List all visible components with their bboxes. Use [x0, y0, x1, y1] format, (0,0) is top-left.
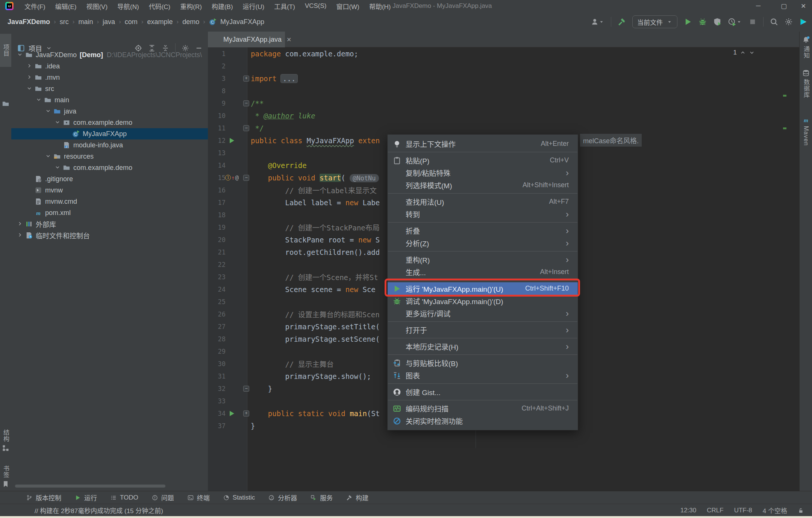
menu-item[interactable]: 帮助(H)	[364, 0, 396, 12]
context-menu-item[interactable]: 关闭实时检测功能	[388, 415, 578, 427]
toolwindow-button-todo[interactable]: TODO	[111, 494, 138, 501]
fold-gutter[interactable]: −	[238, 97, 247, 109]
context-menu-item[interactable]: 更多运行/调试›	[388, 307, 578, 320]
fold-icon[interactable]: +	[243, 76, 249, 82]
tree-row[interactable]: mvnw.cmd	[11, 196, 223, 207]
tree-row[interactable]: .idea	[11, 61, 223, 72]
breadcrumb-item[interactable]: MyJavaFXApp	[220, 18, 264, 26]
toolwindow-button-终端[interactable]: 终端	[188, 493, 210, 502]
fold-gutter[interactable]: −	[238, 122, 247, 134]
ide-icon[interactable]	[799, 18, 807, 26]
toolwindow-button-运行[interactable]: 运行	[75, 493, 97, 502]
tab-myjavafxapp[interactable]: MyJavaFXApp.java ✕	[208, 32, 285, 47]
maximize-button[interactable]: ▢	[775, 0, 792, 12]
context-menu-item[interactable]: 调试 'MyJavaFXApp.main()'(D)	[388, 295, 578, 307]
context-menu-item[interactable]: 本地历史记录(H)›	[388, 340, 578, 353]
tree-chevron[interactable]	[55, 118, 63, 127]
context-menu-item[interactable]: 查找用法(U)Alt+F7	[388, 195, 578, 208]
menu-item[interactable]: 工具(T)	[269, 0, 300, 12]
close-tab-icon[interactable]: ✕	[286, 36, 291, 43]
lock-icon[interactable]	[798, 507, 804, 513]
context-menu-item[interactable]: 图表›	[388, 369, 578, 382]
sidebar-item-project-files[interactable]	[0, 100, 11, 108]
gutter-icons[interactable]: 1↑@	[226, 174, 238, 181]
menu-item[interactable]: 文件(F)	[20, 0, 50, 12]
gutter-icons[interactable]	[226, 138, 238, 143]
search-icon[interactable]	[770, 18, 778, 26]
breadcrumb-item[interactable]: example	[147, 18, 173, 26]
fold-icon[interactable]: −	[243, 175, 249, 181]
sidebar-item-structure[interactable]: 结构	[0, 429, 11, 452]
toolwindow-button-statistic[interactable]: Statistic	[223, 494, 255, 501]
sidebar-item-project[interactable]: 项目	[0, 34, 11, 67]
tree-row[interactable]: JavaFXDemo[Demo]D:\IDEAProjects\JCNCProj…	[11, 49, 214, 61]
menu-item[interactable]: 运行(U)	[238, 0, 270, 12]
context-menu-item[interactable]: 列选择模式(M)Alt+Shift+Insert	[388, 179, 578, 191]
tree-chevron[interactable]	[17, 220, 25, 229]
context-menu-item[interactable]: 打开于›	[388, 324, 578, 336]
menu-item[interactable]: 视图(V)	[81, 0, 112, 12]
horizontal-scrollbar[interactable]	[15, 485, 165, 488]
toolwindow-button-构建[interactable]: 构建	[346, 493, 368, 502]
fold-gutter[interactable]: +	[238, 407, 247, 420]
context-menu-item[interactable]: 与剪贴板比较(B)	[388, 357, 578, 369]
context-menu-item[interactable]: 生成...Alt+Insert	[388, 266, 578, 278]
run-gutter-icon[interactable]	[230, 138, 234, 143]
status-item[interactable]: 4 个空格	[763, 506, 787, 515]
breadcrumb-item[interactable]: main	[78, 18, 93, 26]
fold-gutter[interactable]: +	[238, 72, 247, 85]
tree-chevron[interactable]	[45, 152, 53, 161]
tree-chevron[interactable]	[17, 50, 25, 60]
tree-row[interactable]: 外部库	[11, 218, 214, 230]
tree-row[interactable]: .mvn	[11, 72, 223, 83]
status-item[interactable]: UTF-8	[734, 507, 752, 514]
tree-chevron[interactable]	[26, 62, 35, 71]
fold-icon[interactable]: +	[243, 410, 249, 417]
status-item[interactable]: 12:30	[680, 507, 697, 514]
menu-item[interactable]: 窗口(W)	[332, 0, 364, 12]
user-button[interactable]	[591, 18, 604, 26]
context-menu-item[interactable]: 编码规约扫描Ctrl+Alt+Shift+J	[388, 402, 578, 415]
context-menu-item[interactable]: 粘贴(P)Ctrl+V	[388, 154, 578, 167]
breadcrumb-item[interactable]: src	[60, 18, 69, 26]
context-menu-item[interactable]: 复制/粘贴特殊›	[388, 167, 578, 179]
menu-item[interactable]: 构建(B)	[207, 0, 238, 12]
tool-window-switcher-icon[interactable]	[5, 507, 13, 514]
run-gutter-icon[interactable]	[230, 411, 234, 416]
fold-icon[interactable]: −	[243, 100, 249, 106]
context-menu-item[interactable]: 分析(Z)›	[388, 237, 578, 249]
gear-icon[interactable]	[785, 18, 793, 26]
breadcrumb-item[interactable]: JavaFXDemo	[8, 18, 50, 26]
run-config-dropdown[interactable]: 当前文件	[632, 15, 677, 28]
tree-chevron[interactable]	[36, 95, 44, 105]
hammer-icon[interactable]	[618, 18, 626, 26]
context-menu-item[interactable]: 重构(R)›	[388, 253, 578, 266]
tree-chevron[interactable]	[45, 107, 53, 116]
tree-chevron[interactable]	[26, 73, 35, 82]
toolwindow-button-问题[interactable]: 问题	[152, 493, 174, 502]
context-menu-item[interactable]: 创建 Gist...	[388, 386, 578, 398]
minimize-button[interactable]: ─	[750, 0, 767, 12]
shield-icon[interactable]	[713, 18, 721, 26]
tree-chevron[interactable]	[55, 163, 63, 173]
tree-row[interactable]: .gitignore	[11, 173, 223, 185]
context-menu-item[interactable]: 折叠›	[388, 224, 578, 237]
menu-item[interactable]: VCS(S)	[300, 0, 332, 12]
toolwindow-button-服务[interactable]: 服务	[311, 493, 333, 502]
tree-chevron[interactable]	[26, 84, 35, 94]
close-button[interactable]: ✕	[795, 0, 812, 12]
menu-item[interactable]: 代码(C)	[144, 0, 176, 12]
tree-row[interactable]: mvnw	[11, 185, 223, 196]
fold-gutter[interactable]: −	[238, 382, 247, 395]
more-options-icon[interactable]	[783, 35, 791, 43]
breadcrumb-item[interactable]: com	[125, 18, 138, 26]
fold-icon[interactable]: −	[243, 386, 249, 392]
gutter-icons[interactable]	[226, 411, 238, 416]
menu-item[interactable]: 编辑(E)	[50, 0, 82, 12]
context-menu-item[interactable]: 运行 'MyJavaFXApp.main()'(U)Ctrl+Shift+F10	[388, 282, 578, 295]
tree-row[interactable]: 临时文件和控制台	[11, 230, 214, 241]
chevron-up-icon[interactable]	[740, 50, 746, 56]
fold-gutter[interactable]: −	[238, 171, 247, 184]
tree-row[interactable]: resources	[11, 151, 242, 162]
coverage-button[interactable]	[728, 18, 742, 26]
